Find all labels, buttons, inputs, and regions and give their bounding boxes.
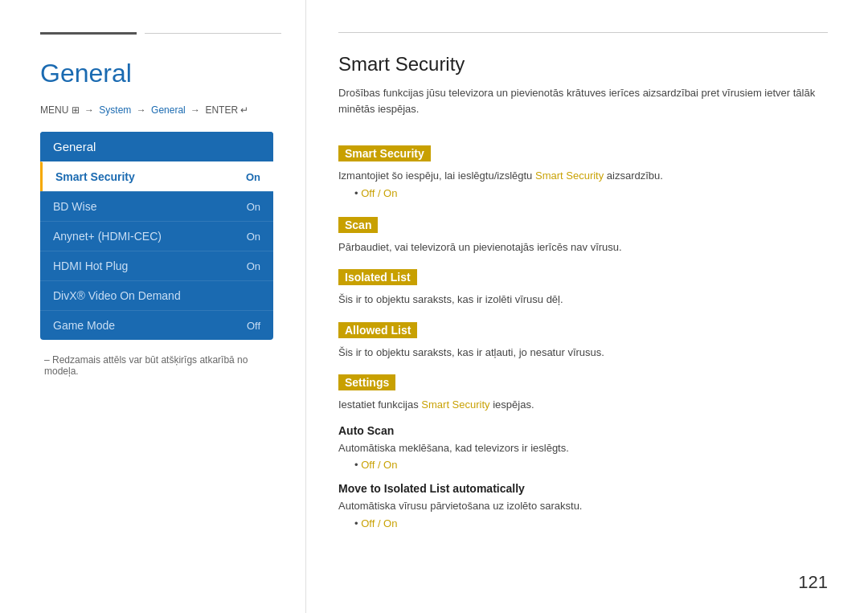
menu-item-value: On <box>247 201 260 213</box>
intro-text: Drošības funkcijas jūsu televizora un pi… <box>338 85 828 116</box>
menu-box: General Smart Security On BD Wise On Any… <box>40 132 273 340</box>
menu-item-value: On <box>247 260 260 272</box>
bullet-list-move-isolated: Off / On <box>338 517 828 529</box>
sub-section-auto-scan: Auto Scan Automātiska meklēšana, kad tel… <box>338 424 828 472</box>
desc-settings: Iestatiet funkcijas Smart Security iespē… <box>338 397 828 413</box>
section-allowed-list: Allowed List Šis ir to objektu saraksts,… <box>338 311 828 361</box>
section-isolated-list: Isolated List Šis ir to objektu saraksts… <box>338 258 828 308</box>
breadcrumb-arrow3: → <box>190 104 200 116</box>
off-on-auto-scan: Off / On <box>361 459 397 471</box>
off-on-move-isolated: Off / On <box>361 517 397 529</box>
section-scan: Scan Pārbaudiet, vai televizorā un pievi… <box>338 206 828 255</box>
note-text: – Redzamais attēls var būt atšķirīgs atk… <box>40 354 281 377</box>
section-smart-security: Smart Security Izmantojiet šo iespēju, l… <box>338 134 828 199</box>
divider-dark <box>40 32 137 35</box>
breadcrumb-arrow1: → <box>84 104 94 116</box>
breadcrumb-enter: ENTER ↵ <box>205 104 248 116</box>
menu-item-value: On <box>247 231 260 243</box>
menu-item-game-mode[interactable]: Game Mode Off <box>40 310 273 340</box>
bullet-list-smart-security: Off / On <box>338 187 828 199</box>
left-panel: General MENU ⊞ → System → General → ENTE… <box>0 0 305 613</box>
menu-item-label: Game Mode <box>53 319 115 332</box>
sub-section-move-isolated: Move to Isolated List automatically Auto… <box>338 482 828 529</box>
menu-item-anynet[interactable]: Anynet+ (HDMI-CEC) On <box>40 221 273 251</box>
heading-isolated-list: Isolated List <box>338 269 417 285</box>
page-title: General <box>40 59 281 88</box>
menu-header: General <box>40 132 273 161</box>
section-settings: Settings Iestatiet funkcijas Smart Secur… <box>338 363 828 413</box>
move-isolated-desc: Automātiska vīrusu pārvietošana uz izolē… <box>338 498 828 514</box>
desc-smart-security: Izmantojiet šo iespēju, lai ieslēgtu/izs… <box>338 168 828 184</box>
desc-scan: Pārbaudiet, vai televizorā un pievienota… <box>338 239 828 255</box>
top-divider-right <box>338 32 828 33</box>
auto-scan-title: Auto Scan <box>338 424 828 437</box>
breadcrumb-general[interactable]: General <box>151 104 186 116</box>
heading-scan: Scan <box>338 217 378 233</box>
menu-item-smart-security[interactable]: Smart Security On <box>40 161 273 191</box>
menu-item-divx[interactable]: DivX® Video On Demand <box>40 280 273 310</box>
breadcrumb: MENU ⊞ → System → General → ENTER ↵ <box>40 104 281 116</box>
menu-item-hdmi-hot-plug[interactable]: HDMI Hot Plug On <box>40 251 273 280</box>
heading-smart-security: Smart Security <box>338 145 431 161</box>
right-panel: Smart Security Drošības funkcijas jūsu t… <box>305 0 868 613</box>
heading-allowed-list: Allowed List <box>338 322 417 338</box>
breadcrumb-menu: MENU ⊞ <box>40 104 80 116</box>
menu-item-label: Anynet+ (HDMI-CEC) <box>53 230 162 243</box>
menu-item-label: HDMI Hot Plug <box>53 260 128 272</box>
desc-allowed-list: Šis ir to objektu saraksts, kas ir atļau… <box>338 345 828 361</box>
page-number: 121 <box>798 572 828 593</box>
desc-isolated-list: Šis ir to objektu saraksts, kas ir izolē… <box>338 292 828 308</box>
link-smart-security: Smart Security <box>535 170 604 182</box>
move-isolated-title: Move to Isolated List automatically <box>338 482 828 495</box>
menu-item-label: BD Wise <box>53 200 96 213</box>
menu-item-value: Off <box>247 320 260 332</box>
heading-settings: Settings <box>338 374 395 390</box>
breadcrumb-arrow2: → <box>137 104 146 116</box>
bullet-list-auto-scan: Off / On <box>338 459 828 471</box>
menu-item-label: Smart Security <box>55 170 135 183</box>
off-on-smart-security: Off / On <box>361 187 397 199</box>
link-settings-smart-security: Smart Security <box>421 398 489 411</box>
menu-item-value: On <box>246 171 260 183</box>
breadcrumb-system[interactable]: System <box>99 104 131 116</box>
menu-item-label: DivX® Video On Demand <box>53 289 181 302</box>
menu-item-bd-wise[interactable]: BD Wise On <box>40 191 273 221</box>
top-divider-left <box>40 32 281 35</box>
auto-scan-desc: Automātiska meklēšana, kad televizors ir… <box>338 440 828 456</box>
section-main-title: Smart Security <box>338 53 828 76</box>
divider-light <box>145 33 281 34</box>
